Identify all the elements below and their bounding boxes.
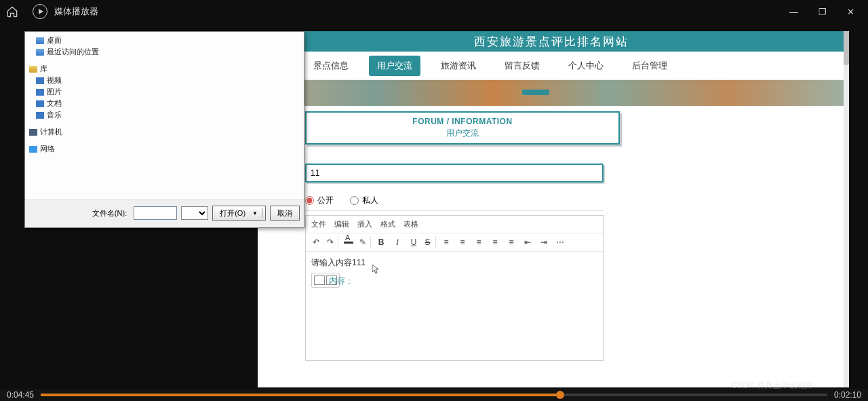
page-header: 西安旅游景点评比排名网站 (258, 31, 845, 52)
justify-icon[interactable]: ≡ (505, 236, 517, 248)
tree-desktop[interactable]: 桌面 (29, 35, 300, 46)
current-time: 0:04:45 (7, 390, 34, 400)
nav-personal[interactable]: 个人中心 (560, 56, 612, 76)
rich-text-editor: 文件 编辑 插入 格式 表格 ↶ ↷ ✎ B I U S ≡ ≡ ≡ ≡ ≡ ⇤ (305, 215, 604, 361)
editor-toolbar: ↶ ↷ ✎ B I U S ≡ ≡ ≡ ≡ ≡ ⇤ ⇥ ⋯ (306, 233, 603, 252)
more-icon[interactable]: ⋯ (554, 236, 566, 248)
progress-knob[interactable] (556, 391, 564, 399)
bold-icon[interactable]: B (375, 236, 387, 248)
editor-body[interactable]: 请输入内容111 (306, 252, 603, 360)
window-controls: — ❐ ✕ (789, 7, 863, 17)
menu-file[interactable]: 文件 (311, 219, 326, 229)
nav-user-forum[interactable]: 用户交流 (369, 56, 420, 76)
strike-icon[interactable]: S (424, 236, 436, 248)
undo-icon[interactable]: ↶ (310, 236, 322, 248)
page: 西安旅游景点评比排名网站 景点信息 用户交流 旅游资讯 留言反馈 个人中心 后台… (258, 31, 845, 387)
filename-input[interactable] (134, 206, 177, 220)
radio-private[interactable]: 私人 (350, 195, 378, 206)
indent-icon[interactable]: ⇥ (538, 236, 550, 248)
dialog-button-row: 文件名(N): 打开(O)▼ 取消 (25, 199, 304, 227)
nav: 景点信息 用户交流 旅游资讯 留言反馈 个人中心 后台管理 (258, 52, 845, 80)
radio-private-input[interactable] (350, 196, 359, 205)
filetype-combo[interactable] (181, 206, 208, 220)
cancel-button[interactable]: 取消 (270, 206, 300, 221)
maximize-icon[interactable]: ❐ (818, 7, 827, 17)
open-button[interactable]: 打开(O)▼ (212, 206, 266, 221)
editor-text: 请输入内容111 (311, 258, 366, 267)
highlight-icon[interactable]: ✎ (359, 236, 371, 248)
align-left-icon[interactable]: ≡ (456, 236, 469, 248)
align-center-icon[interactable]: ≡ (473, 236, 485, 248)
nav-travel-news[interactable]: 旅游资讯 (433, 56, 484, 76)
align-right-icon[interactable]: ≡ (489, 236, 501, 248)
visibility-row: 公开 私人 (305, 191, 604, 211)
tree-music[interactable]: 音乐 (29, 109, 300, 121)
titlebar: 媒体播放器 — ❐ ✕ (0, 0, 868, 23)
forum-title-cn: 用户交流 (307, 128, 618, 139)
title-input[interactable] (305, 164, 604, 183)
folder-tree: 桌面 最近访问的位置 库 视频 图片 文档 音乐 计算机 网络 (25, 32, 304, 157)
menu-table[interactable]: 表格 (403, 219, 418, 229)
radio-public-input[interactable] (305, 196, 314, 205)
insert-image-icon[interactable] (314, 275, 325, 285)
tree-picture[interactable]: 图片 (29, 86, 300, 98)
radio-private-label: 私人 (362, 195, 378, 206)
outdent-icon[interactable]: ⇤ (521, 236, 534, 248)
tree-network[interactable]: 网络 (29, 143, 300, 155)
scrollbar-thumb[interactable] (844, 31, 849, 65)
nav-feedback[interactable]: 留言反馈 (496, 56, 548, 76)
vertical-scrollbar[interactable] (844, 31, 849, 387)
banner-image (258, 80, 845, 106)
player-bar: 0:04:45 0:02:10 (0, 389, 868, 401)
tree-recent[interactable]: 最近访问的位置 (29, 46, 300, 58)
app-title: 媒体播放器 (54, 5, 98, 18)
tree-document[interactable]: 文档 (29, 98, 300, 109)
redo-icon[interactable]: ↷ (326, 236, 338, 248)
menu-format[interactable]: 格式 (380, 219, 395, 229)
progress-fill (41, 394, 560, 396)
forum-header-box: FORUM / INFORMATION 用户交流 (305, 111, 620, 145)
file-open-dialog: 桌面 最近访问的位置 库 视频 图片 文档 音乐 计算机 网络 文件名(N): … (24, 31, 304, 228)
tree-computer[interactable]: 计算机 (29, 126, 300, 138)
tree-video[interactable]: 视频 (29, 75, 300, 86)
total-time: 0:02:10 (834, 390, 861, 400)
filename-label: 文件名(N): (92, 208, 127, 218)
radio-public[interactable]: 公开 (305, 195, 334, 206)
editor-menu: 文件 编辑 插入 格式 表格 (306, 216, 603, 233)
form-area: 公开 私人 文件 编辑 插入 格式 表格 ↶ ↷ ✎ B I U (305, 164, 838, 387)
underline-icon[interactable]: U (408, 236, 420, 248)
tree-library[interactable]: 库 (29, 63, 300, 75)
font-color-icon[interactable] (342, 236, 355, 248)
close-icon[interactable]: ✕ (847, 7, 854, 17)
menu-edit[interactable]: 编辑 (334, 219, 349, 229)
radio-public-label: 公开 (317, 195, 334, 206)
minimize-icon[interactable]: — (789, 7, 798, 17)
content-label: 内容： (329, 275, 353, 287)
menu-insert[interactable]: 插入 (357, 219, 372, 229)
nav-spot-info[interactable]: 景点信息 (305, 56, 357, 76)
forum-title-en: FORUM / INFORMATION (307, 117, 618, 126)
italic-icon[interactable]: I (391, 236, 403, 248)
progress-bar[interactable] (41, 394, 827, 396)
home-icon[interactable] (5, 5, 19, 18)
list-icon[interactable]: ≡ (440, 236, 452, 248)
nav-admin[interactable]: 后台管理 (624, 56, 675, 76)
page-title: 西安旅游景点评比排名网站 (474, 34, 629, 50)
play-icon[interactable] (33, 4, 47, 19)
